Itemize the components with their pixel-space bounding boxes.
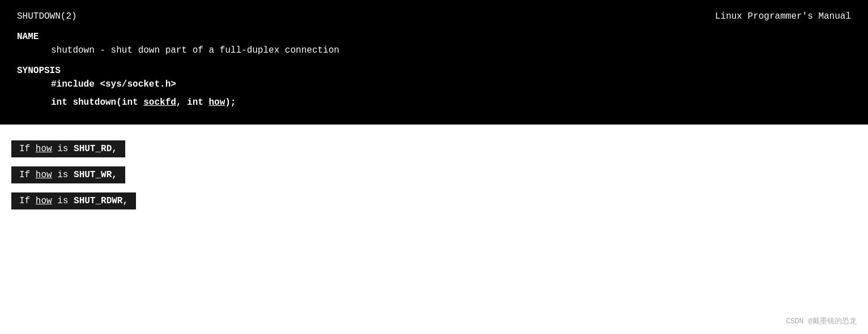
row2-how: how [36, 170, 52, 180]
row3-middle: is [52, 196, 74, 206]
row1-how: how [36, 144, 52, 154]
synopsis-func: int shutdown(int sockfd, int how); [51, 97, 851, 108]
synopsis-include: #include <sys/socket.h> [51, 79, 851, 89]
synopsis-func-prefix: int shutdown(int [51, 97, 143, 108]
terminal-section: SHUTDOWN(2) Linux Programmer's Manual NA… [0, 0, 868, 125]
white-section: If how is SHUT_RD, If how is SHUT_WR, If… [0, 125, 868, 225]
row1-prefix: If [19, 144, 36, 154]
name-label: NAME [17, 32, 851, 42]
page-wrapper: SHUTDOWN(2) Linux Programmer's Manual NA… [0, 0, 868, 334]
synopsis-sockfd: sockfd [143, 97, 176, 108]
synopsis-section: SYNOPSIS #include <sys/socket.h> int shu… [17, 66, 851, 108]
row3-bold: SHUT_RDWR, [74, 196, 128, 206]
synopsis-func-middle: , int [176, 97, 209, 108]
synopsis-label: SYNOPSIS [17, 66, 851, 76]
header-right: Linux Programmer's Manual [715, 11, 851, 22]
synopsis-func-suffix: ); [225, 97, 236, 108]
row2-prefix: If [19, 170, 36, 180]
row3-prefix: If [19, 196, 36, 206]
synopsis-how: how [209, 97, 225, 108]
highlight-row-1: If how is SHUT_RD, [11, 140, 125, 157]
row1-middle: is [52, 144, 74, 154]
row2-bold: SHUT_WR, [74, 170, 117, 180]
row3-how: how [36, 196, 52, 206]
row1-bold: SHUT_RD, [74, 144, 117, 154]
header-left: SHUTDOWN(2) [17, 11, 77, 22]
highlight-row-2: If how is SHUT_WR, [11, 166, 125, 183]
highlight-row-3: If how is SHUT_RDWR, [11, 192, 136, 209]
terminal-header: SHUTDOWN(2) Linux Programmer's Manual [17, 11, 851, 22]
name-section: NAME shutdown - shut down part of a full… [17, 32, 851, 55]
row2-middle: is [52, 170, 74, 180]
watermark: CSDN @戴墨镜的恐龙 [786, 316, 857, 326]
name-content: shutdown - shut down part of a full-dupl… [51, 45, 851, 55]
